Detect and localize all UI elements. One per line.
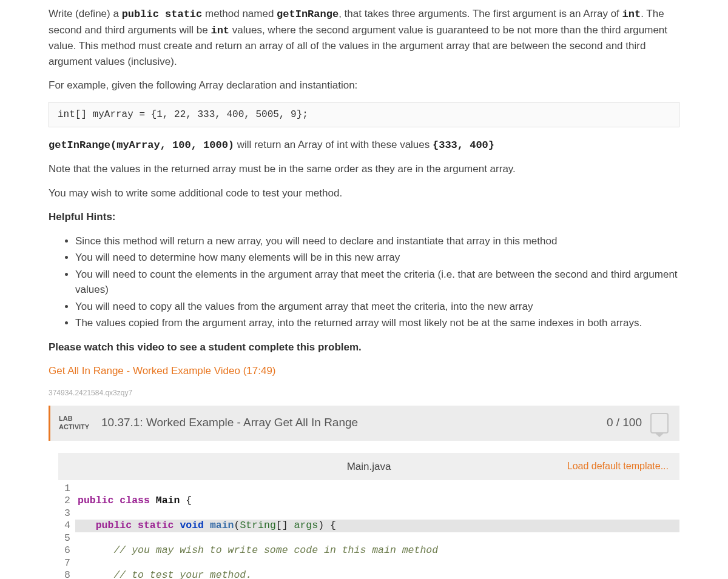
code-editor-panel: Main.java Load default template... 1 2 3…	[58, 453, 679, 580]
lab-activity-label: LABACTIVITY	[59, 415, 101, 430]
problem-paragraph-5: You may wish to write some additional co…	[49, 186, 679, 201]
problem-paragraph-1: Write (define) a public static method na…	[49, 6, 679, 69]
hints-list: Since this method will return a new arra…	[49, 233, 679, 331]
content-hash: 374934.2421584.qx3zqy7	[49, 387, 679, 398]
editor-header: Main.java Load default template...	[58, 453, 679, 481]
code-content[interactable]: public class Main { public static void m…	[75, 483, 679, 579]
example-declaration-code: int[] myArray = {1, 22, 333, 400, 5005, …	[49, 102, 679, 127]
video-prompt: Please watch this video to see a student…	[49, 340, 679, 355]
list-item: You will need to copy all the values fro…	[75, 299, 679, 315]
lab-activity-title: 10.37.1: Worked Example - Array Get All …	[101, 414, 607, 432]
problem-paragraph-4: Note that the values in the returned arr…	[49, 161, 679, 177]
list-item: The values copied from the argument arra…	[75, 315, 679, 331]
filename-label: Main.java	[347, 459, 391, 475]
hints-heading: Helpful Hints:	[49, 209, 679, 225]
lab-activity-header: LABACTIVITY 10.37.1: Worked Example - Ar…	[49, 406, 679, 441]
code-editor[interactable]: 1 2 3 4 5 6 7 8 9 public class Main { pu…	[58, 480, 679, 579]
line-gutter: 1 2 3 4 5 6 7 8 9	[58, 483, 75, 579]
list-item: Since this method will return a new arra…	[75, 233, 679, 249]
lab-score: 0 / 100	[607, 414, 642, 432]
score-badge-icon	[650, 413, 669, 433]
problem-paragraph-2: For example, given the following Array d…	[49, 78, 679, 93]
problem-paragraph-3: getInRange(myArray, 100, 1000) will retu…	[49, 137, 679, 153]
load-default-template-link[interactable]: Load default template...	[391, 459, 669, 474]
video-link[interactable]: Get All In Range - Worked Example Video …	[49, 365, 276, 377]
list-item: You will need to count the elements in t…	[75, 267, 679, 298]
list-item: You will need to determine how many elem…	[75, 250, 679, 266]
